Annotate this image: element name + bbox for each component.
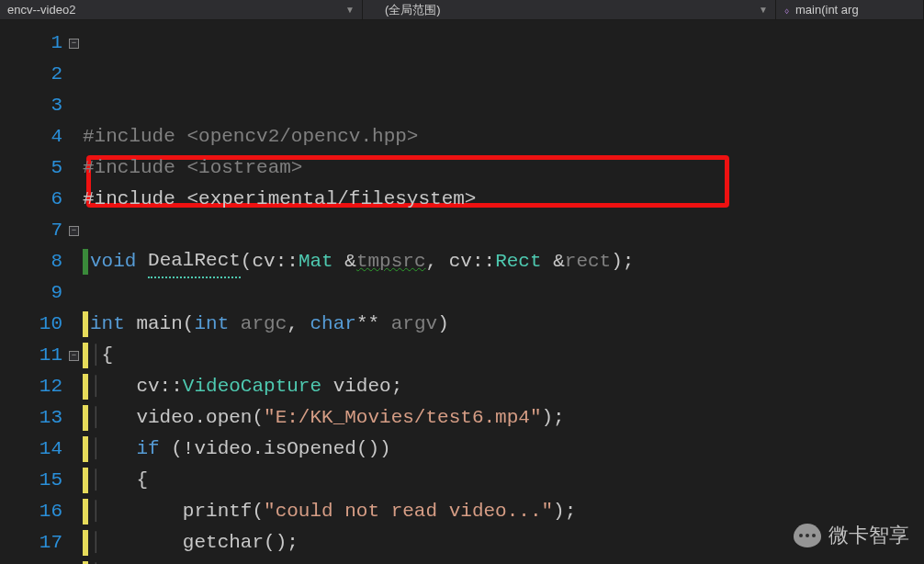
line-number: 13 — [0, 402, 62, 434]
change-marker — [83, 499, 88, 525]
chevron-down-icon: ▼ — [345, 5, 355, 15]
code-line[interactable]: #include <opencv2/opencv.hpp> — [83, 121, 924, 152]
line-number-gutter: 1234567891011121314151617 — [0, 20, 83, 564]
line-number: 12 — [0, 371, 62, 402]
code-line[interactable] — [83, 277, 924, 309]
code-line[interactable]: #include <experimental/filesystem> — [83, 184, 924, 215]
editor: 1234567891011121314151617 −#include <ope… — [0, 20, 924, 564]
line-number: 7 — [0, 215, 62, 246]
line-number: 16 — [0, 496, 62, 527]
fold-toggle[interactable]: − — [69, 39, 79, 49]
change-marker — [83, 436, 88, 462]
code-area[interactable]: −#include <opencv2/opencv.hpp> #include … — [83, 20, 924, 564]
fold-toggle[interactable]: − — [69, 226, 79, 236]
code-line[interactable]: int main(int argc, char** argv) — [83, 309, 924, 340]
line-number: 15 — [0, 465, 62, 496]
function-label: main(int arg — [795, 3, 859, 17]
change-marker — [83, 468, 88, 493]
code-line[interactable]: #include <iostream> — [83, 152, 924, 184]
project-label: encv--video2 — [7, 3, 75, 17]
line-number: 2 — [0, 59, 62, 90]
watermark-text: 微卡智享 — [828, 522, 909, 549]
code-line[interactable]: void DealRect(cv::Mat &tmpsrc, cv::Rect … — [83, 246, 924, 277]
change-marker — [83, 343, 88, 368]
line-number: 14 — [0, 434, 62, 465]
line-number: 9 — [0, 277, 62, 309]
watermark: 微卡智享 — [794, 522, 909, 549]
line-number: 8 — [0, 246, 62, 277]
chat-bubble-icon — [794, 524, 821, 547]
code-line[interactable]: │ if (!video.isOpened()) — [83, 434, 924, 465]
line-number: 6 — [0, 184, 62, 215]
code-line[interactable]: │ { — [83, 465, 924, 496]
cube-icon: ⬨ — [783, 4, 790, 17]
change-marker — [83, 311, 88, 337]
scope-label: (全局范围) — [385, 2, 441, 18]
line-number: 5 — [0, 152, 62, 184]
code-line[interactable] — [83, 215, 924, 246]
line-number: 10 — [0, 309, 62, 340]
change-marker — [83, 374, 88, 400]
line-number: 11 — [0, 340, 62, 371]
code-line[interactable]: │ video.open("E:/KK_Movies/test6.mp4"); — [83, 402, 924, 434]
change-marker — [83, 249, 88, 275]
line-number: 17 — [0, 527, 62, 558]
code-line[interactable]: │{ — [83, 340, 924, 371]
chevron-down-icon: ▼ — [759, 5, 768, 15]
line-number: 4 — [0, 121, 62, 152]
function-dropdown[interactable]: ⬨ main(int arg — [776, 0, 924, 19]
line-number: 3 — [0, 90, 62, 121]
change-marker — [83, 530, 88, 556]
line-number: 1 — [0, 28, 62, 59]
code-line[interactable]: │ cv::VideoCapture video; — [83, 371, 924, 402]
navigation-bar: encv--video2 ▼ (全局范围) ▼ ⬨ main(int arg — [0, 0, 924, 20]
project-dropdown[interactable]: encv--video2 ▼ — [0, 0, 363, 19]
scope-dropdown[interactable]: (全局范围) ▼ — [363, 0, 776, 19]
change-marker — [83, 405, 88, 431]
code-line[interactable]: │ return -1; — [83, 558, 924, 564]
fold-toggle[interactable]: − — [69, 351, 79, 361]
